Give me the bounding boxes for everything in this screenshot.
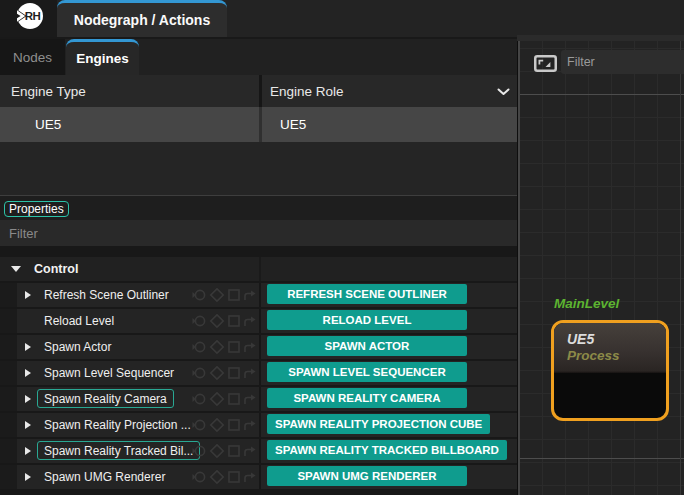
engine-role-cell[interactable]: UE5 [262,107,517,142]
reality-hub-logo[interactable]: RH [17,3,43,29]
tab-engines-label: Engines [76,51,129,66]
action-row-label: Spawn Level Sequencer [44,361,174,385]
properties-tab[interactable]: Properties [4,201,69,217]
redo-arrow-icon [245,473,256,483]
engine-table-row[interactable]: UE5 UE5 [0,107,517,142]
action-button[interactable]: SPAWN REALITY CAMERA [267,388,467,408]
expand-caret-icon[interactable] [25,421,31,429]
redo-arrow-icon [245,343,256,353]
keyframe-icon [193,446,205,455]
action-button[interactable]: SPAWN REALITY PROJECTION CUBE [267,414,490,434]
left-panel: Nodes Engines Engine Type Engine Role UE [0,39,517,495]
diamond-icon [211,289,223,301]
app-window: RH Nodegraph / Actions Nodes Engines Eng… [0,0,684,495]
canvas-filter-input[interactable] [561,50,684,74]
diamond-icon [211,419,223,431]
keyframe-icon [193,316,205,325]
action-button[interactable]: SPAWN ACTOR [267,336,467,356]
properties-gap [0,246,517,257]
row-column-divider [259,335,261,359]
action-row-2[interactable]: Reload Level RELOAD LEVEL [0,309,517,333]
node-title-text: UE5 [567,331,594,347]
row-indent-strip [0,439,17,463]
grid-major-line-v1 [680,41,681,495]
action-row-5[interactable]: Spawn Reality Camera SPAWN RE [0,387,517,411]
expand-caret-icon[interactable] [25,447,31,455]
properties-filter-row [0,220,517,246]
app-header: RH Nodegraph / Actions [0,0,684,39]
column-engine-type[interactable]: Engine Type [0,75,259,107]
row-icons [192,365,256,381]
row-column-divider [259,309,261,333]
column-engine-role[interactable]: Engine Role [262,75,517,107]
action-row-label: Spawn Reality Camera [37,389,174,408]
action-rows: Refresh Scene Outliner REFRES [0,281,517,495]
expand-caret-icon[interactable] [25,343,31,351]
ue5-process-node[interactable]: UE5 Process [551,320,669,421]
group-label-text: Control [34,262,78,276]
action-row-8[interactable]: Spawn UMG Renderer SPAWN UMG [0,465,517,489]
tab-nodegraph-actions[interactable]: Nodegraph / Actions [57,0,227,37]
row-column-divider [259,465,261,489]
action-button[interactable]: SPAWN LEVEL SEQUENCER [267,362,467,382]
action-row-label-text: Spawn UMG Renderer [44,470,165,484]
row-indent-strip [0,309,17,333]
collapse-caret-icon[interactable] [11,266,21,272]
redo-arrow-icon [245,317,256,327]
square-icon [229,290,239,300]
canvas-filter-bar [561,50,684,74]
action-row-label-text: Spawn Reality Camera [44,392,167,406]
keyframe-icon [193,368,205,377]
row-icons [192,339,256,355]
row-icons [192,417,256,433]
row-column-divider [259,413,261,437]
row-indent-strip [0,465,17,489]
keyframe-icon [193,290,205,299]
engines-tabbar: Nodes Engines [0,39,517,75]
action-row-label-text: Refresh Scene Outliner [44,288,169,302]
action-button[interactable]: RELOAD LEVEL [267,310,467,330]
expand-caret-icon[interactable] [25,291,31,299]
keyframe-icon [193,472,205,481]
chevron-down-icon[interactable] [497,88,510,96]
svg-text:RH: RH [25,10,41,22]
action-row-1[interactable]: Refresh Scene Outliner REFRES [0,283,517,307]
redo-arrow-icon [245,421,256,431]
action-row-6[interactable]: Spawn Reality Projection ... [0,413,517,437]
action-button[interactable]: REFRESH SCENE OUTLINER [267,284,467,304]
diamond-icon [211,315,223,327]
action-row-label-text: Spawn Actor [44,340,111,354]
square-icon [229,472,239,482]
action-row-label: Spawn Reality Projection ... [44,413,191,437]
action-row-3[interactable]: Spawn Actor SPAWN ACTOR [0,335,517,359]
node-group-label-text: MainLevel [554,296,619,311]
action-row-4[interactable]: Spawn Level Sequencer SPAWN L [0,361,517,385]
row-column-divider [259,283,261,307]
action-row-7[interactable]: Spawn Reality Tracked Bil... [0,439,517,463]
expand-caret-icon[interactable] [25,395,31,403]
action-button[interactable]: SPAWN REALITY TRACKED BILLBOARD [267,440,507,460]
nodegraph-canvas[interactable]: MainLevel UE5 Process [520,41,684,495]
fit-view-icon[interactable] [534,55,557,72]
properties-filter-input[interactable] [0,220,517,246]
row-column-divider [259,387,261,411]
node-subtitle: Process [567,348,620,363]
control-column-divider [259,257,261,281]
action-row-label: Spawn UMG Renderer [44,465,165,489]
tab-engines[interactable]: Engines [66,39,139,75]
redo-arrow-icon [245,369,256,379]
action-row-label: Spawn Actor [44,335,111,359]
engine-type-cell[interactable]: UE5 [0,107,259,142]
square-icon [229,368,239,378]
engine-type-header-label: Engine Type [11,84,86,99]
row-icons [192,287,256,303]
tab-nodes[interactable]: Nodes [0,39,65,75]
expand-caret-icon[interactable] [25,473,31,481]
action-row-label: Spawn Reality Tracked Bil... [37,441,200,460]
expand-caret-icon[interactable] [25,369,31,377]
action-button[interactable]: SPAWN UMG RENDERER [267,466,467,486]
square-icon [229,420,239,430]
node-subtitle-text: Process [567,348,620,363]
engine-role-header-label: Engine Role [270,84,344,99]
group-row-control[interactable]: Control [0,257,517,281]
